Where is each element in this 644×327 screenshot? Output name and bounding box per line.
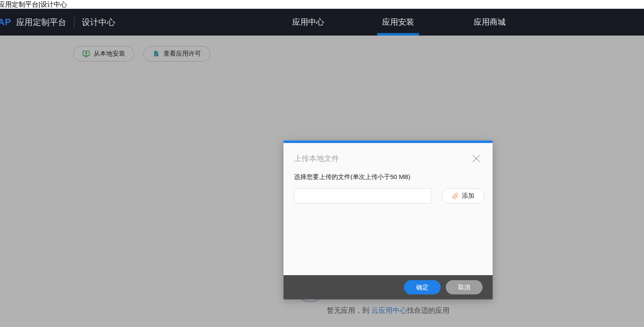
dialog-body: 上传本地文件 选择您要上传的文件(单次上传小于50 MB) 添加 — [284, 143, 493, 275]
paperclip-icon — [452, 193, 459, 199]
tab-strip: 应用定制平台|设计中心 — [0, 0, 644, 9]
brand-area: AP 应用定制平台 设计中心 — [0, 9, 115, 36]
tab-title: 应用定制平台|设计中心 — [0, 0, 67, 9]
dialog-title: 上传本地文件 — [294, 153, 339, 164]
add-file-button[interactable]: 添加 — [442, 188, 484, 204]
add-file-label: 添加 — [462, 192, 475, 200]
nav-tab-app-center[interactable]: 应用中心 — [287, 9, 329, 36]
top-navbar: AP 应用定制平台 设计中心 应用中心 应用安装 应用商城 — [0, 9, 644, 36]
nav-tab-app-store[interactable]: 应用商城 — [469, 9, 511, 36]
close-icon[interactable] — [471, 153, 482, 164]
workspace-name: 设计中心 — [82, 17, 115, 28]
platform-name: 应用定制平台 — [16, 17, 66, 28]
cancel-button[interactable]: 取消 — [446, 280, 483, 294]
file-select-hint: 选择您要上传的文件(单次上传小于50 MB) — [294, 173, 410, 181]
confirm-button[interactable]: 确定 — [404, 280, 441, 294]
brand-divider — [74, 17, 74, 28]
dialog-footer: 确定 取消 — [284, 275, 493, 299]
file-path-input[interactable] — [294, 188, 431, 204]
upload-local-file-dialog: 上传本地文件 选择您要上传的文件(单次上传小于50 MB) 添加 确定 取消 — [284, 141, 493, 299]
platform-logo: AP — [0, 17, 11, 28]
nav-tab-app-install[interactable]: 应用安装 — [377, 9, 419, 36]
